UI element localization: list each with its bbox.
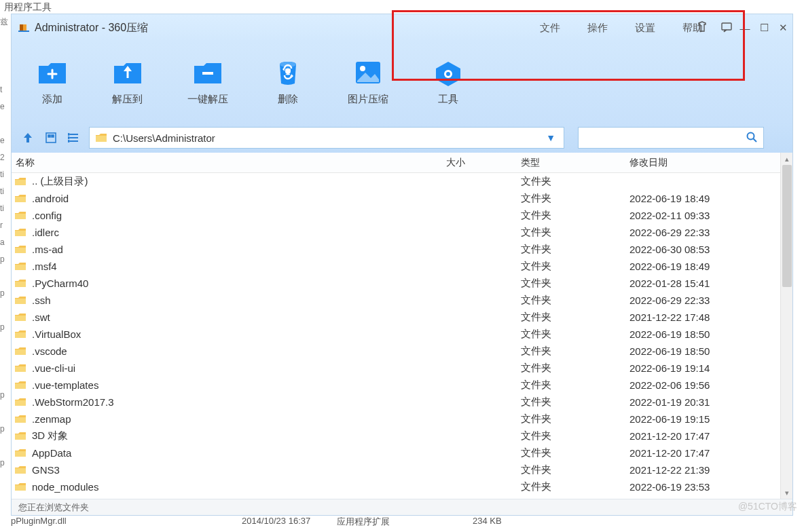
address-row: C:\Users\Administrator ▼ bbox=[12, 123, 792, 153]
svg-point-22 bbox=[68, 137, 69, 138]
file-type: 文件夹 bbox=[521, 192, 629, 205]
minimize-button[interactable]: — bbox=[739, 22, 750, 34]
scroll-down-icon[interactable]: ▾ bbox=[781, 487, 792, 499]
table-row[interactable]: .vscode文件夹2022-06-19 18:50 bbox=[12, 343, 780, 360]
scroll-thumb[interactable] bbox=[782, 165, 792, 287]
file-name: .vue-cli-ui bbox=[32, 362, 75, 374]
file-type: 文件夹 bbox=[521, 362, 629, 375]
file-name: .ssh bbox=[32, 294, 51, 306]
svg-line-25 bbox=[754, 138, 757, 142]
folder-icon bbox=[14, 363, 26, 373]
file-date: 2022-06-29 22:33 bbox=[629, 227, 780, 238]
file-date: 2022-02-06 19:56 bbox=[629, 379, 780, 391]
menu-file[interactable]: 文件 bbox=[540, 22, 560, 35]
nav-up-icon[interactable] bbox=[20, 130, 36, 146]
svg-rect-5 bbox=[202, 72, 213, 75]
file-name: .vscode bbox=[32, 345, 67, 357]
table-row[interactable]: .WebStorm2017.3文件夹2022-01-19 20:31 bbox=[12, 394, 780, 411]
col-size[interactable]: 大小 bbox=[446, 157, 521, 169]
toolbar-delete-label: 删除 bbox=[278, 93, 298, 106]
table-row[interactable]: GNS3文件夹2021-12-22 21:39 bbox=[12, 461, 780, 478]
close-button[interactable]: ✕ bbox=[778, 22, 788, 34]
toolbar-add[interactable]: 添加 bbox=[37, 59, 67, 106]
table-row[interactable]: .. (上级目录)文件夹 bbox=[12, 173, 780, 190]
view-list-icon[interactable] bbox=[66, 130, 82, 146]
col-date[interactable]: 修改日期 bbox=[629, 157, 768, 169]
file-rows: .. (上级目录)文件夹.android文件夹2022-06-19 18:49.… bbox=[12, 173, 780, 499]
toolbar-add-label: 添加 bbox=[42, 93, 62, 106]
table-row[interactable]: .android文件夹2022-06-19 18:49 bbox=[12, 190, 780, 207]
file-table: 名称 大小 类型 修改日期 .. (上级目录)文件夹.android文件夹202… bbox=[12, 153, 780, 499]
toolbar: 添加 解压到 一键解压 删除 图片压缩 bbox=[12, 41, 792, 123]
path-dropdown-icon[interactable]: ▼ bbox=[543, 132, 558, 143]
path-input[interactable]: C:\Users\Administrator bbox=[113, 132, 543, 144]
file-type: 文件夹 bbox=[521, 243, 629, 256]
col-type[interactable]: 类型 bbox=[521, 157, 629, 169]
folder-icon bbox=[14, 193, 26, 204]
menu-settings[interactable]: 设置 bbox=[635, 22, 655, 35]
menu-operate[interactable]: 操作 bbox=[587, 22, 608, 35]
file-name: .ms-ad bbox=[32, 244, 63, 255]
toolbar-extract-to-label: 解压到 bbox=[112, 93, 143, 106]
table-row[interactable]: .vue-cli-ui文件夹2022-06-19 19:14 bbox=[12, 360, 780, 377]
file-type: 文件夹 bbox=[521, 260, 629, 273]
file-type: 文件夹 bbox=[521, 294, 629, 307]
table-row[interactable]: .idlerc文件夹2022-06-29 22:33 bbox=[12, 224, 780, 241]
file-type: 文件夹 bbox=[521, 463, 629, 476]
svg-marker-14 bbox=[24, 133, 32, 142]
toolbar-tools[interactable]: 工具 bbox=[433, 59, 463, 106]
table-row[interactable]: .ssh文件夹2022-06-29 22:33 bbox=[12, 292, 780, 309]
folder-icon bbox=[14, 278, 26, 288]
file-date: 2022-01-28 15:41 bbox=[629, 278, 780, 289]
file-type: 文件夹 bbox=[521, 311, 629, 324]
table-row[interactable]: .swt文件夹2021-12-22 17:48 bbox=[12, 309, 780, 326]
file-date: 2022-06-19 19:14 bbox=[629, 362, 780, 374]
folder-icon bbox=[14, 346, 26, 356]
svg-rect-17 bbox=[52, 135, 54, 137]
folder-icon bbox=[14, 261, 26, 271]
table-row[interactable]: .zenmap文件夹2022-06-19 19:15 bbox=[12, 411, 780, 428]
file-date: 2022-06-29 22:33 bbox=[629, 294, 780, 306]
folder-icon bbox=[14, 380, 26, 390]
table-row[interactable]: AppData文件夹2021-12-20 17:47 bbox=[12, 444, 780, 461]
table-row[interactable]: .PyCharm40文件夹2022-01-28 15:41 bbox=[12, 275, 780, 292]
file-name: .. (上级目录) bbox=[32, 175, 88, 188]
scroll-up-icon[interactable]: ▴ bbox=[781, 153, 792, 165]
file-name: .config bbox=[32, 210, 62, 221]
table-row[interactable]: 3D 对象文件夹2021-12-20 17:47 bbox=[12, 428, 780, 444]
search-input[interactable] bbox=[584, 132, 746, 143]
vertical-scrollbar[interactable]: ▴ ▾ bbox=[780, 153, 792, 499]
table-row[interactable]: .vue-templates文件夹2022-02-06 19:56 bbox=[12, 377, 780, 394]
theme-icon[interactable] bbox=[696, 21, 708, 35]
file-date: 2022-06-19 18:49 bbox=[629, 193, 780, 204]
table-row[interactable]: .msf4文件夹2022-06-19 18:49 bbox=[12, 258, 780, 275]
svg-rect-1 bbox=[23, 24, 26, 31]
col-name[interactable]: 名称 bbox=[12, 157, 446, 169]
toolbar-image-compress[interactable]: 图片压缩 bbox=[348, 59, 388, 106]
file-type: 文件夹 bbox=[521, 175, 629, 188]
toolbar-delete[interactable]: 删除 bbox=[273, 59, 303, 106]
folder-icon bbox=[14, 244, 26, 254]
folder-icon bbox=[14, 465, 26, 475]
search-box[interactable] bbox=[578, 127, 764, 149]
path-box[interactable]: C:\Users\Administrator ▼ bbox=[89, 127, 564, 149]
folder-icon bbox=[95, 132, 107, 143]
column-header: 名称 大小 类型 修改日期 bbox=[12, 153, 780, 173]
feedback-icon[interactable] bbox=[720, 21, 733, 35]
folder-icon bbox=[14, 329, 26, 339]
app-icon bbox=[18, 22, 29, 33]
table-row[interactable]: node_modules文件夹2022-06-19 23:53 bbox=[12, 478, 780, 495]
maximize-button[interactable]: ☐ bbox=[759, 22, 769, 34]
toolbar-image-compress-label: 图片压缩 bbox=[348, 93, 388, 106]
search-icon[interactable] bbox=[746, 131, 758, 145]
tools-icon bbox=[433, 59, 463, 86]
file-date: 2021-12-22 21:39 bbox=[629, 464, 780, 476]
toolbar-extract-to[interactable]: 解压到 bbox=[112, 59, 143, 106]
table-row[interactable]: .config文件夹2022-02-11 09:33 bbox=[12, 207, 780, 224]
table-row[interactable]: .VirtualBox文件夹2022-06-19 18:50 bbox=[12, 326, 780, 343]
file-date: 2021-12-22 17:48 bbox=[629, 311, 780, 323]
toolbar-one-click-extract[interactable]: 一键解压 bbox=[187, 59, 228, 106]
view-icons-icon[interactable] bbox=[43, 130, 59, 146]
file-date: 2021-12-20 17:47 bbox=[629, 447, 780, 459]
table-row[interactable]: .ms-ad文件夹2022-06-30 08:53 bbox=[12, 241, 780, 258]
